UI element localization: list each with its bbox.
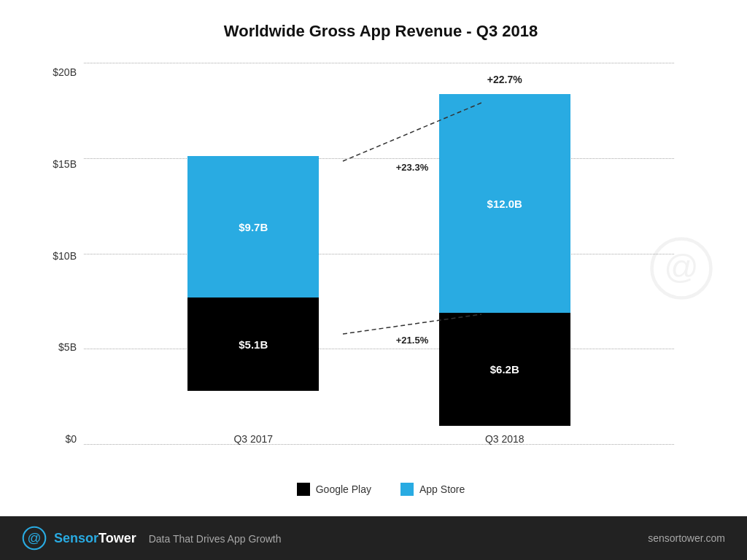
bar-google-play-2017: $5.1B bbox=[187, 298, 319, 391]
bar-google-play-2018: $6.2B bbox=[439, 313, 570, 426]
bar-google-play-2018-label: $6.2B bbox=[490, 363, 519, 376]
overall-growth-label: +22.7% bbox=[487, 74, 522, 85]
bar-app-store-2017-label: $9.7B bbox=[239, 221, 268, 233]
bars-container: $9.7B $5.1B Q3 2017 +22.7% $12.0B bbox=[84, 63, 674, 445]
legend-area: Google Play App Store bbox=[44, 474, 718, 502]
watermark: @ bbox=[649, 236, 714, 301]
x-label-q3-2018: Q3 2018 bbox=[485, 433, 525, 445]
y-label-20: $20B bbox=[44, 66, 84, 78]
legend-label-google-play: Google Play bbox=[316, 483, 371, 495]
chart-area: $0 $5B $10B $15B $20B $ bbox=[44, 63, 718, 474]
footer-url: sensortower.com bbox=[648, 532, 725, 544]
svg-text:@: @ bbox=[664, 248, 699, 286]
footer-logo: @ SensorTower Data That Drives App Growt… bbox=[22, 526, 282, 551]
sensortower-logo-icon: @ bbox=[22, 526, 47, 551]
footer-brand-text: SensorTower Data That Drives App Growth bbox=[54, 531, 282, 546]
legend-label-app-store: App Store bbox=[419, 483, 465, 495]
legend-swatch-google-play bbox=[297, 483, 310, 496]
y-label-5: $5B bbox=[44, 341, 84, 353]
y-label-0: $0 bbox=[44, 433, 84, 445]
bar-group-q3-2017: $9.7B $5.1B Q3 2017 bbox=[173, 156, 333, 445]
legend-swatch-app-store bbox=[400, 483, 414, 496]
bar-app-store-2017: $9.7B bbox=[187, 156, 319, 298]
y-axis: $0 $5B $10B $15B $20B bbox=[44, 63, 84, 474]
svg-text:@: @ bbox=[28, 530, 42, 545]
legend-google-play: Google Play bbox=[297, 483, 371, 496]
bar-wrapper-q3-2017: $9.7B $5.1B bbox=[187, 156, 319, 426]
plot-area: $9.7B $5.1B Q3 2017 +22.7% $12.0B bbox=[84, 63, 718, 474]
bar-app-store-2018-label: $12.0B bbox=[487, 198, 522, 210]
chart-container: Worldwide Gross App Revenue - Q3 2018 $0… bbox=[0, 0, 747, 516]
footer-tagline: Data That Drives App Growth bbox=[149, 533, 282, 545]
y-label-10: $10B bbox=[44, 250, 84, 262]
legend-app-store: App Store bbox=[400, 483, 465, 496]
bar-group-q3-2018: +22.7% $12.0B $6.2B Q3 2018 bbox=[425, 94, 585, 445]
bar-wrapper-q3-2018: +22.7% $12.0B $6.2B bbox=[439, 94, 570, 426]
y-label-15: $15B bbox=[44, 158, 84, 170]
footer-bar: @ SensorTower Data That Drives App Growt… bbox=[0, 516, 747, 560]
brand-sensor: Sensor bbox=[54, 531, 98, 545]
bar-app-store-2018: $12.0B bbox=[439, 94, 570, 313]
bar-google-play-2017-label: $5.1B bbox=[239, 338, 268, 351]
chart-title: Worldwide Gross App Revenue - Q3 2018 bbox=[44, 22, 718, 41]
x-label-q3-2017: Q3 2017 bbox=[233, 433, 273, 445]
brand-tower: Tower bbox=[98, 531, 136, 545]
